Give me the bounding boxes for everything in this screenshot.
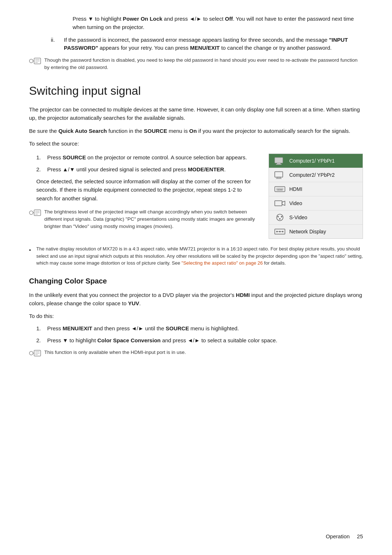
svg-point-26: [279, 218, 281, 220]
source-menu-item-svideo[interactable]: S-Video: [269, 211, 363, 225]
password-note-block: Press ▼ to highlight Power On Lock and p…: [73, 15, 363, 32]
step-1-number: 1.: [36, 154, 47, 162]
svg-rect-12: [275, 158, 283, 163]
resolution-bullet: •: [29, 245, 36, 267]
svg-point-0: [29, 59, 33, 63]
color-step-1-number: 1.: [36, 325, 47, 333]
do-this-label: To do this:: [29, 312, 363, 320]
page-container: Press ▼ to highlight Power On Lock and p…: [0, 0, 392, 555]
source-menu-item-svideo-label: S-Video: [289, 214, 307, 221]
color-step-2-number: 2.: [36, 336, 47, 345]
color-space-note: This function is only available when the…: [29, 349, 363, 360]
svideo-icon: [274, 213, 286, 221]
svg-point-25: [281, 216, 282, 217]
svg-point-24: [277, 216, 279, 217]
page-footer: Operation 25: [326, 532, 363, 541]
source-menu-item-hdmi[interactable]: HDMI HDMI: [269, 182, 363, 196]
source-menu-item-network[interactable]: Network Display: [269, 225, 363, 238]
svideo-icon-svg: [274, 213, 286, 221]
hdmi-icon-svg: HDMI: [274, 185, 286, 193]
resolution-note: • The native display resolution of MX720…: [29, 245, 363, 267]
brightness-note-icon: [29, 208, 42, 219]
svg-rect-14: [276, 164, 282, 165]
svg-text:HDMI: HDMI: [277, 189, 283, 191]
svg-rect-16: [277, 177, 281, 178]
source-menu-item-network-label: Network Display: [289, 228, 326, 236]
color-space-intro: In the unlikely event that you connect t…: [29, 291, 363, 308]
source-menu-item-computer1-label: Computer1/ YPbPr1: [289, 157, 335, 165]
hdmi-icon: HDMI: [274, 185, 286, 193]
source-menu-item-hdmi-label: HDMI: [289, 185, 302, 193]
computer1-icon: [274, 157, 286, 165]
resolution-note-text: The native display resolution of MX720 i…: [36, 245, 363, 267]
section-intro2: Be sure the Quick Auto Search function i…: [29, 127, 363, 135]
two-column-layout: 1. Press SOURCE on the projector or remo…: [29, 154, 363, 239]
step-2-content: Press ▲/▼ until your desired signal is s…: [47, 166, 258, 174]
svg-rect-17: [276, 178, 282, 179]
source-menu-item-video-label: Video: [289, 200, 302, 207]
color-step-2: 2. Press ▼ to highlight Color Space Conv…: [36, 336, 363, 345]
source-label: To select the source:: [29, 139, 363, 148]
source-menu-list: Computer1/ YPbPr1 Computer2/ YPbPr2: [269, 154, 363, 239]
svg-rect-21: [275, 201, 282, 206]
svg-point-30: [279, 231, 281, 232]
color-step-1-content: Press MENU/EXIT and then press ◄/► until…: [47, 325, 363, 333]
note-icon: [29, 57, 42, 68]
network-icon-svg: [274, 228, 286, 236]
svg-point-6: [29, 211, 33, 215]
color-step-1: 1. Press MENU/EXIT and then press ◄/► un…: [36, 325, 363, 333]
changing-color-space-title: Changing Color Space: [29, 276, 363, 286]
brightness-note: The brightness level of the projected im…: [29, 208, 258, 230]
password-disabled-note: Though the password function is disabled…: [29, 57, 363, 72]
svg-point-29: [276, 231, 278, 232]
svg-point-23: [277, 214, 283, 221]
step-1-content: Press SOURCE on the projector or remote …: [47, 154, 258, 162]
source-menu-item-computer1[interactable]: Computer1/ YPbPr1: [269, 154, 363, 168]
computer2-icon: [274, 171, 286, 179]
brightness-note-icon-svg: [29, 208, 41, 217]
svg-point-32: [29, 351, 33, 355]
step-2: 2. Press ▲/▼ until your desired signal i…: [36, 166, 258, 174]
color-space-note-text: This function is only available when the…: [44, 349, 186, 356]
color-space-note-icon: [29, 349, 42, 360]
roman-ii-content: If the password is incorrect, the passwo…: [64, 36, 363, 52]
svg-point-31: [282, 231, 283, 232]
step-2-number: 2.: [36, 166, 47, 174]
note-icon-svg: [29, 57, 41, 65]
roman-ii-item: ii. If the password is incorrect, the pa…: [51, 36, 363, 52]
footer-page-number: 25: [357, 532, 363, 541]
source-menu-item-computer2-label: Computer2/ YPbPr2: [289, 171, 335, 179]
svg-marker-22: [282, 201, 285, 205]
password-disabled-note-text: Though the password function is disabled…: [44, 57, 363, 72]
top-section: Press ▼ to highlight Power On Lock and p…: [29, 15, 363, 71]
color-space-note-icon-svg: [29, 349, 41, 358]
video-icon-svg: [274, 199, 286, 207]
brightness-note-text: The brightness level of the projected im…: [44, 208, 258, 230]
section-title: Switching input signal: [29, 82, 363, 99]
roman-ii-label: ii.: [51, 36, 64, 52]
step-2-detail: Once detected, the selected source infor…: [36, 177, 258, 203]
password-note-text: Press ▼ to highlight Power On Lock and p…: [73, 15, 363, 32]
color-step-2-content: Press ▼ to highlight Color Space Convers…: [47, 336, 363, 345]
source-menu: Computer1/ YPbPr1 Computer2/ YPbPr2: [269, 154, 363, 239]
source-menu-item-video[interactable]: Video: [269, 196, 363, 211]
footer-section-label: Operation: [326, 532, 350, 541]
svg-rect-13: [277, 163, 281, 164]
network-icon: [274, 228, 286, 236]
svg-rect-15: [275, 172, 283, 177]
left-column: 1. Press SOURCE on the projector or remo…: [29, 154, 258, 239]
step-1: 1. Press SOURCE on the projector or remo…: [36, 154, 258, 162]
video-icon: [274, 199, 286, 207]
aspect-ratio-link[interactable]: "Selecting the aspect ratio" on page 26: [181, 260, 263, 266]
source-menu-item-computer2[interactable]: Computer2/ YPbPr2: [269, 168, 363, 182]
computer2-icon-svg: [274, 171, 286, 179]
section-intro1: The projector can be connected to multip…: [29, 105, 363, 122]
computer-icon-svg: [274, 157, 286, 165]
